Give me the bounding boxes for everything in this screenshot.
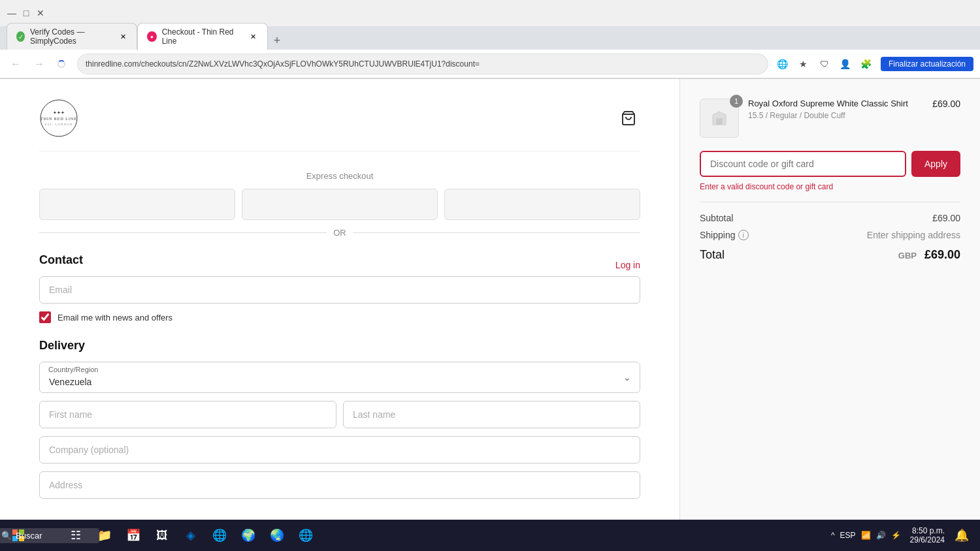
shipping-info-icon[interactable]: i <box>738 230 749 240</box>
shipping-label-group: Shipping i <box>700 230 749 240</box>
reload-button[interactable] <box>54 55 72 73</box>
product-thumbnail <box>706 105 732 131</box>
battery-icon[interactable]: ⚡ <box>891 531 901 540</box>
chrome4-icon[interactable]: 🌐 <box>293 522 319 548</box>
discount-row: Apply <box>700 151 960 177</box>
address-bar[interactable]: thinredline.com/checkouts/cn/Z2NwLXVzLWV… <box>77 54 768 74</box>
nav-actions: 🌐 ★ 🛡 👤 🧩 <box>774 55 875 73</box>
product-details: Royal Oxford Supreme White Classic Shirt… <box>748 99 923 120</box>
forward-button[interactable]: → <box>30 55 48 73</box>
tab-checkout[interactable]: ● Checkout - Thin Red Line ✕ <box>137 23 268 50</box>
wifi-icon[interactable]: 📶 <box>861 531 871 540</box>
chrome1-icon[interactable]: 🌐 <box>206 522 233 548</box>
profile-icon[interactable]: 👤 <box>836 55 855 73</box>
product-price: £69.00 <box>932 99 960 109</box>
window-controls: — □ ✕ <box>7 8 46 18</box>
tab-favicon-checkout: ● <box>147 31 157 42</box>
newsletter-checkbox[interactable] <box>39 311 51 323</box>
tab-title-checkout: Checkout - Thin Red Line <box>162 27 244 46</box>
or-divider: OR <box>39 228 640 238</box>
tab-favicon-verify: ✓ <box>16 31 25 42</box>
country-field-wrapper: Country/Region Venezuela ⌄ <box>39 362 640 393</box>
express-btn-1[interactable] <box>39 189 235 220</box>
shipping-value: Enter shipping address <box>867 230 960 240</box>
search-taskbar-button[interactable]: 🔍 Buscar <box>34 522 60 548</box>
grand-total-value: £69.00 <box>924 248 960 262</box>
shield-icon[interactable]: 🛡 <box>815 55 834 73</box>
email-input[interactable] <box>39 276 640 304</box>
back-button[interactable]: ← <box>7 55 25 73</box>
bookmark-icon[interactable]: ★ <box>794 55 813 73</box>
currency-note: GBP <box>898 251 917 260</box>
tab-verify-codes[interactable]: ✓ Verify Codes — SimplyCodes ✕ <box>7 23 137 50</box>
clock: 8:50 p.m. <box>910 526 945 535</box>
search-icon: 🔍 <box>1 531 12 541</box>
delivery-section: Delivery Country/Region Venezuela ⌄ <box>39 339 640 499</box>
chrome2-icon[interactable]: 🌍 <box>235 522 261 548</box>
new-tab-button[interactable]: + <box>268 31 286 50</box>
tray-chevron[interactable]: ^ <box>831 531 835 540</box>
address-input[interactable] <box>39 471 640 499</box>
time-display[interactable]: 8:50 p.m. 29/6/2024 <box>910 526 945 544</box>
extensions-icon[interactable]: 🧩 <box>857 55 875 73</box>
shipping-label: Shipping <box>700 230 736 240</box>
tab-close-checkout[interactable]: ✕ <box>248 31 258 42</box>
first-name-input[interactable] <box>39 401 336 428</box>
express-label: Express checkout <box>39 171 640 181</box>
subtotal-value: £69.00 <box>932 213 960 223</box>
email-field-wrapper <box>39 276 640 304</box>
shipping-row: Shipping i Enter shipping address <box>700 230 960 240</box>
grand-total-label: Total <box>700 248 725 262</box>
product-quantity-badge: 1 <box>730 95 743 108</box>
notification-button[interactable]: 🔔 <box>949 522 975 548</box>
grand-total-row: Total GBP £69.00 <box>700 248 960 262</box>
express-btn-3[interactable] <box>444 189 640 220</box>
restore-button[interactable]: □ <box>21 8 31 18</box>
product-name: Royal Oxford Supreme White Classic Shirt <box>748 99 923 108</box>
volume-icon[interactable]: 🔊 <box>876 531 886 540</box>
photos-icon[interactable]: 🖼 <box>149 522 175 548</box>
svg-text:EST. LONDON: EST. LONDON <box>44 123 73 126</box>
first-name-field-wrapper <box>39 401 336 428</box>
company-field-wrapper <box>39 436 640 464</box>
log-in-link[interactable]: Log in <box>615 260 640 270</box>
left-panel: ✦✦✦ THIN RED LINE EST. LONDON Express ch… <box>0 79 679 551</box>
task-view-button[interactable]: ☷ <box>63 522 89 548</box>
svg-text:✦✦✦: ✦✦✦ <box>53 110 65 116</box>
finalize-button[interactable]: Finalizar actualización <box>881 57 973 71</box>
discount-error: Enter a valid discount code or gift card <box>700 182 960 191</box>
country-label: Country/Region <box>48 366 98 373</box>
country-select[interactable]: Venezuela <box>39 362 640 393</box>
subtotal-row: Subtotal £69.00 <box>700 213 960 223</box>
taskbar: 🔍 Buscar ☷ 📁 📅 🖼 ◈ 🌐 🌍 🌏 🌐 ^ ESP 📶 🔊 ⚡ 8… <box>0 520 980 551</box>
chrome3-icon[interactable]: 🌏 <box>264 522 290 548</box>
product-image-wrapper: 1 <box>700 99 739 138</box>
contact-title: Contact <box>39 253 83 267</box>
totals: Subtotal £69.00 Shipping i Enter shippin… <box>700 202 960 262</box>
language-indicator[interactable]: ESP <box>840 531 856 540</box>
last-name-field-wrapper <box>343 401 640 428</box>
discount-input[interactable] <box>700 151 906 177</box>
browser-chrome: — □ ✕ ✓ Verify Codes — SimplyCodes ✕ ● C… <box>0 0 980 79</box>
close-button[interactable]: ✕ <box>35 8 46 18</box>
company-input[interactable] <box>39 436 640 464</box>
logo-area: ✦✦✦ THIN RED LINE EST. LONDON <box>39 99 640 151</box>
express-checkout: Express checkout OR <box>39 171 640 238</box>
page-content: ✦✦✦ THIN RED LINE EST. LONDON Express ch… <box>0 79 980 551</box>
file-explorer-icon[interactable]: 📁 <box>91 522 118 548</box>
tab-close-verify[interactable]: ✕ <box>119 31 127 42</box>
express-btn-2[interactable] <box>242 189 438 220</box>
cart-button[interactable] <box>617 106 640 130</box>
taskbar-right: ^ ESP 📶 🔊 ⚡ 8:50 p.m. 29/6/2024 🔔 <box>826 522 975 548</box>
address-text: thinredline.com/checkouts/cn/Z2NwLXVzLWV… <box>86 59 480 69</box>
last-name-input[interactable] <box>343 401 640 428</box>
apply-button[interactable]: Apply <box>911 151 960 177</box>
newsletter-label: Email me with news and offers <box>57 313 172 323</box>
contact-section: Contact Log in Email me with news and of… <box>39 253 640 323</box>
edge-icon[interactable]: ◈ <box>178 522 204 548</box>
translate-icon[interactable]: 🌐 <box>774 55 792 73</box>
minimize-button[interactable]: — <box>7 8 17 18</box>
calendar-icon[interactable]: 📅 <box>120 522 146 548</box>
tab-title-verify: Verify Codes — SimplyCodes <box>30 27 114 46</box>
name-row <box>39 401 640 428</box>
